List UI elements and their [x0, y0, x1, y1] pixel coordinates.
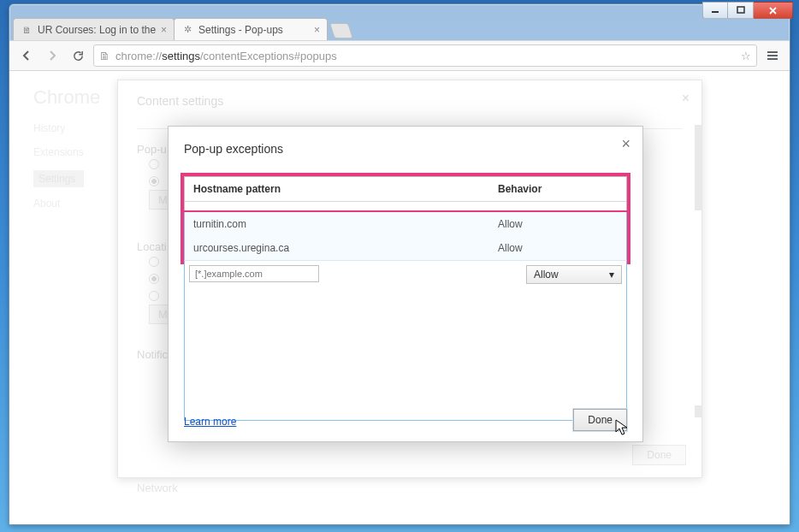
url-path: /contentExceptions#popups	[200, 50, 337, 62]
new-tab-button[interactable]	[329, 23, 353, 38]
url-host: settings	[162, 50, 200, 62]
cell-behavior: Allow	[498, 242, 618, 254]
scrollbar	[695, 405, 701, 417]
page-content: Chrome History Extensions Settings About…	[9, 71, 790, 524]
radio-icon	[149, 257, 159, 267]
chrome-menu-button[interactable]	[762, 45, 783, 66]
page-icon: 🗎	[21, 24, 33, 36]
content-settings-title: Content settings	[137, 94, 223, 108]
sidebar-item-about: About	[33, 198, 60, 210]
minimize-button[interactable]	[702, 2, 728, 19]
maximize-button[interactable]	[728, 2, 754, 19]
behavior-select[interactable]: Allow ▾	[526, 265, 622, 284]
sidebar-item-history: History	[33, 122, 65, 134]
table-row[interactable]: urcourses.uregina.ca Allow	[185, 236, 626, 260]
column-behavior: Behavior	[498, 183, 618, 195]
tab-title: UR Courses: Log in to the	[38, 24, 156, 36]
tab-urcourses[interactable]: 🗎 UR Courses: Log in to the ×	[13, 18, 175, 40]
radio-icon	[149, 176, 159, 186]
sidebar-item-settings: Settings	[33, 170, 84, 187]
exceptions-input-area: Allow ▾	[184, 260, 627, 421]
toolbar: 🗎 chrome://settings/contentExceptions#po…	[9, 40, 790, 71]
bookmark-star-icon[interactable]: ☆	[741, 50, 751, 62]
radio-icon	[149, 274, 159, 284]
tab-close-icon[interactable]: ×	[314, 24, 320, 36]
radio-icon	[149, 159, 159, 169]
svg-rect-1	[737, 7, 744, 13]
table-header: Hostname pattern Behavior	[185, 177, 626, 202]
table-row[interactable]: turnitin.com Allow	[185, 212, 626, 236]
section-notifications: Notific	[137, 348, 168, 361]
address-bar[interactable]: 🗎 chrome://settings/contentExceptions#po…	[93, 44, 757, 67]
dialog-title: Pop-up exceptions	[184, 142, 283, 156]
sidebar-item-extensions: Extensions	[33, 146, 84, 158]
radio-icon	[149, 291, 159, 301]
cell-behavior: Allow	[498, 218, 618, 230]
hostname-input[interactable]	[189, 265, 319, 282]
gear-icon: ✲	[181, 24, 193, 36]
behavior-select-value: Allow	[534, 269, 559, 281]
learn-more-link[interactable]: Learn more	[184, 416, 236, 428]
tab-strip: 🗎 UR Courses: Log in to the × ✲ Settings…	[9, 16, 790, 40]
back-button[interactable]	[16, 45, 37, 66]
exceptions-rows-highlight: turnitin.com Allow urcourses.uregina.ca …	[181, 212, 630, 264]
column-hostname: Hostname pattern	[193, 183, 498, 195]
scrollbar	[695, 125, 701, 210]
titlebar	[9, 4, 790, 16]
section-location: Locati	[137, 240, 167, 253]
tab-settings[interactable]: ✲ Settings - Pop-ups ×	[174, 18, 328, 40]
close-icon: ×	[682, 91, 690, 106]
popup-exceptions-dialog: Pop-up exceptions × Hostname pattern Beh…	[168, 126, 643, 442]
section-network: Network	[137, 482, 178, 494]
url-text: chrome://settings/contentExceptions#popu…	[115, 50, 337, 62]
content-settings-done: Done	[632, 445, 686, 465]
reload-button[interactable]	[68, 45, 88, 66]
cell-hostname: urcourses.uregina.ca	[193, 242, 498, 254]
forward-button[interactable]	[42, 45, 62, 66]
tab-title: Settings - Pop-ups	[198, 24, 309, 36]
section-popups: Pop-u	[137, 143, 167, 156]
close-icon[interactable]: ×	[621, 135, 630, 153]
browser-window: 🗎 UR Courses: Log in to the × ✲ Settings…	[9, 3, 790, 525]
cell-hostname: turnitin.com	[193, 218, 498, 230]
close-window-button[interactable]	[754, 2, 793, 19]
brand-label: Chrome	[33, 86, 100, 109]
page-icon: 🗎	[99, 50, 110, 62]
exceptions-table-highlight: Hostname pattern Behavior	[181, 173, 630, 214]
window-controls	[702, 2, 793, 19]
tab-close-icon[interactable]: ×	[161, 24, 167, 36]
done-button[interactable]: Done	[573, 409, 627, 431]
url-scheme: chrome://	[115, 50, 162, 62]
chevron-down-icon: ▾	[609, 269, 614, 281]
